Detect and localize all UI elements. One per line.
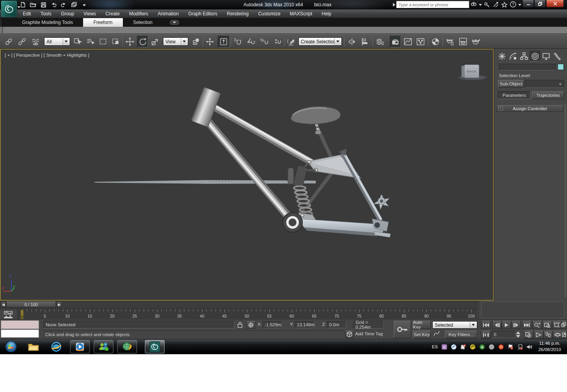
favorites-star-icon[interactable] (500, 1, 509, 8)
macro-recorder-field[interactable] (1, 320, 39, 329)
selection-lock-icon[interactable] (237, 321, 243, 328)
next-frame-button[interactable] (511, 321, 521, 329)
ribbon-minimize-button[interactable] (170, 20, 179, 25)
timeline-ruler[interactable]: 5101520253035404550556065707580859095100 (17, 309, 477, 320)
maxscript-listener-field[interactable] (1, 329, 39, 338)
workspace-icon[interactable] (70, 1, 78, 8)
subscription-key-icon[interactable] (483, 1, 491, 8)
set-key-button[interactable]: Set Key (413, 331, 431, 338)
taskbar-clock[interactable]: 11:46 p.m. 26/08/2010 (534, 340, 565, 353)
sub-object-button[interactable]: Sub-Object (498, 80, 524, 88)
edit-named-selections-icon[interactable]: {}ABC (286, 36, 297, 48)
taskbar-explorer-icon[interactable] (24, 340, 43, 353)
render-setup-icon[interactable] (445, 36, 456, 48)
select-object-icon[interactable] (72, 36, 83, 48)
menu-tools[interactable]: Tools (36, 9, 56, 18)
tab-display-icon[interactable] (541, 51, 551, 61)
communication-center-icon[interactable] (491, 1, 500, 8)
z-coordinate-field[interactable]: 0.0m (327, 321, 346, 328)
menu-customize[interactable]: Customize (253, 9, 285, 18)
taskbar-messenger-icon[interactable] (94, 340, 113, 353)
selection-filter-dropdown[interactable]: All (44, 37, 70, 46)
tray-device-error-icon[interactable] (460, 344, 466, 350)
x-coordinate-field[interactable]: -1.529m (262, 321, 282, 328)
select-and-rotate-icon[interactable] (137, 36, 148, 48)
undo-icon[interactable] (50, 1, 57, 8)
graphite-modeling-toggle-icon[interactable] (390, 36, 401, 48)
parameters-button[interactable]: Parameters (498, 91, 530, 99)
taskbar-internet-explorer-icon[interactable] (46, 340, 66, 353)
snaps-toggle-icon[interactable]: 3 (232, 36, 243, 48)
key-mode-toggle-button[interactable] (481, 331, 491, 339)
help-caret-icon[interactable] (517, 1, 522, 8)
tray-network-icon[interactable] (517, 344, 523, 350)
walk-through-icon[interactable] (543, 331, 553, 339)
rollout-expand-icon[interactable]: + (498, 106, 503, 111)
object-name-field[interactable] (499, 64, 556, 70)
tab-selection[interactable]: Selection (123, 18, 163, 27)
rectangular-selection-region-icon[interactable] (98, 36, 109, 48)
dropdown-arrow-icon[interactable] (470, 322, 476, 328)
named-selection-set-dropdown[interactable]: Create Selection Se (298, 37, 342, 46)
zoom-extents-icon[interactable] (552, 321, 561, 329)
start-button[interactable] (2, 340, 20, 353)
tray-antivirus-icon[interactable]: A (479, 344, 485, 350)
go-to-end-button[interactable] (522, 321, 532, 329)
next-frame-arrow[interactable]: ▶ (57, 301, 62, 307)
taskbar-media-player-icon[interactable] (70, 340, 90, 353)
search-input[interactable] (396, 1, 469, 8)
search-icon[interactable] (469, 1, 478, 8)
reference-coordinate-dropdown[interactable]: View (163, 37, 188, 46)
menu-create[interactable]: Create (101, 9, 124, 18)
menu-views[interactable]: Views (79, 9, 101, 18)
tray-messenger-status-icon[interactable] (450, 344, 457, 350)
trajectories-button[interactable]: Trajectories (532, 91, 564, 99)
open-file-icon[interactable] (29, 1, 37, 8)
tab-motion-icon[interactable] (530, 51, 540, 61)
menu-graph-editors[interactable]: Graph Editors (183, 9, 222, 18)
tray-volume-icon[interactable] (526, 344, 532, 350)
field-of-view-icon[interactable] (534, 331, 543, 339)
add-time-tag[interactable]: Add Time Tag (355, 331, 383, 336)
tray-onenote-icon[interactable]: n (441, 344, 447, 350)
time-marker[interactable]: 0 (20, 310, 24, 319)
rendered-frame-window-icon[interactable] (458, 36, 469, 48)
search-expand-icon[interactable] (392, 2, 396, 7)
material-editor-icon[interactable] (430, 36, 441, 48)
dropdown-arrow-icon[interactable] (181, 38, 187, 45)
menu-group[interactable]: Group (56, 9, 79, 18)
menu-rendering[interactable]: Rendering (222, 9, 253, 18)
mirror-icon[interactable] (346, 36, 358, 48)
orbit-icon[interactable] (553, 331, 562, 339)
tab-graphite-modeling-tools[interactable]: Graphite Modeling Tools (12, 18, 83, 27)
unlink-selection-icon[interactable] (17, 36, 28, 48)
go-to-start-button[interactable] (481, 321, 491, 329)
select-and-scale-icon[interactable] (150, 36, 161, 48)
select-and-move-icon[interactable] (124, 36, 135, 48)
keyboard-shortcut-override-icon[interactable] (218, 36, 230, 48)
zoom-extents-all-icon[interactable] (561, 321, 567, 329)
minimize-button[interactable] (523, 0, 534, 7)
close-button[interactable] (546, 0, 564, 7)
previous-frame-arrow[interactable]: ◀ (1, 301, 6, 307)
restore-button[interactable] (534, 0, 546, 7)
align-icon[interactable] (360, 36, 371, 48)
redo-icon[interactable] (60, 1, 68, 8)
tray-action-center-icon[interactable] (507, 344, 513, 350)
play-button[interactable] (502, 321, 511, 329)
menu-modifiers[interactable]: Modifiers (124, 9, 153, 18)
maximize-viewport-toggle-icon[interactable] (561, 331, 567, 339)
assign-controller-rollout[interactable]: + Assign Controller (497, 105, 563, 112)
previous-frame-button[interactable] (492, 321, 502, 329)
tray-ares-icon[interactable] (498, 344, 504, 350)
menu-maxscript[interactable]: MAXScript (285, 9, 317, 18)
isolate-selection-icon[interactable] (345, 331, 353, 338)
default-in-out-tangents-icon[interactable] (433, 331, 442, 338)
key-mode-dropdown[interactable]: Selected (432, 321, 477, 329)
bike-frame-model[interactable] (1, 50, 493, 300)
search-options-caret-icon[interactable] (478, 1, 483, 8)
set-keys-button[interactable] (394, 321, 411, 338)
tab-hierarchy-icon[interactable] (519, 51, 529, 61)
tab-create-icon[interactable] (497, 51, 507, 61)
time-slider-track[interactable] (0, 301, 477, 309)
